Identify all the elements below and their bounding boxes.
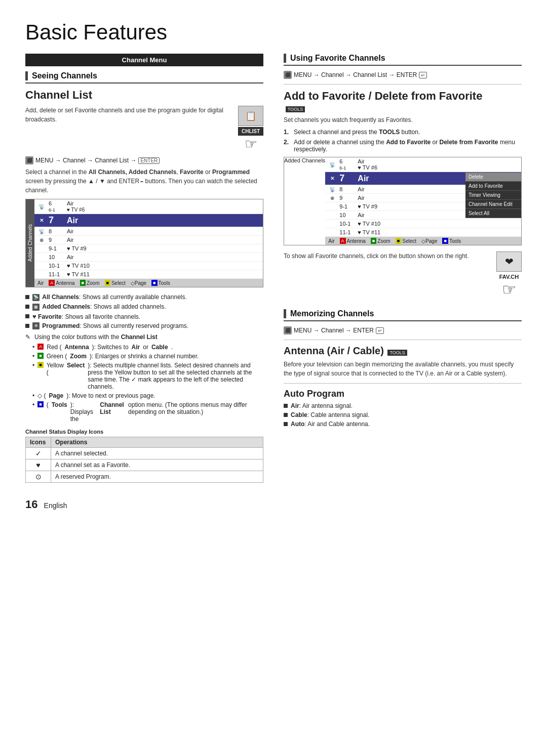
page-num-value: 16 bbox=[25, 498, 37, 511]
fav-channel-toolbar: Air A Antenna ■ Zoom ■ Select ◇Page ■ To… bbox=[325, 237, 521, 245]
channel-menu-bar: Channel Menu bbox=[25, 54, 263, 66]
remote-icon-mem: ⬛ bbox=[284, 326, 292, 334]
list-item: ◇ (Page): Move to next or previous page. bbox=[32, 392, 263, 399]
add-fav-desc: Set channels you watch frequently as Fav… bbox=[284, 115, 522, 124]
status-op-3: A reserved Program. bbox=[51, 471, 263, 483]
ctx-item-delete: Delete bbox=[465, 173, 521, 182]
channel-list-title: Channel List bbox=[25, 89, 263, 102]
added-channels-icon: ▦ bbox=[32, 304, 40, 311]
red-btn: A bbox=[37, 344, 44, 350]
add-fav-steps: 1. Select a channel and press the TOOLS … bbox=[284, 129, 522, 153]
list-item-cable: Cable: Cable antenna signal. bbox=[284, 411, 522, 418]
ctx-item-add-fav: Add to Favorite bbox=[465, 182, 521, 191]
seeing-channels-label: Seeing Channels bbox=[32, 71, 97, 80]
fav-ch-badge: ❤ FAV.CH ☞ bbox=[496, 251, 522, 299]
channel-list-menu-path: ⬛ MENU → Channel → Channel List → ENTER bbox=[25, 156, 263, 164]
channel-row: 📡 8 Air bbox=[34, 227, 263, 236]
channel-list-desc: Add, delete or set Favorite channels and… bbox=[25, 106, 233, 124]
channel-row: 9-1 ♥ TV #9 bbox=[34, 244, 263, 253]
status-table: Icons Operations ✓ A channel selected. ♥… bbox=[25, 437, 263, 483]
status-op-1: A channel selected. bbox=[51, 448, 263, 459]
channel-row: 11-1 ♥ TV #11 bbox=[325, 228, 521, 237]
fav-hand-icon: ☞ bbox=[496, 280, 522, 299]
remote-icon-fav: ⬛ bbox=[284, 71, 292, 79]
left-column: Channel Menu Seeing Channels Channel Lis… bbox=[25, 54, 263, 483]
channel-toolbar: Air A Antenna ■ Zoom ■ Select ◇Page ■ To… bbox=[34, 279, 263, 287]
channel-row: 10 Air bbox=[34, 253, 263, 262]
fav-ch-icon: ❤ bbox=[496, 251, 522, 272]
channel-row: ⊕ 9 Air bbox=[34, 236, 263, 244]
blue-btn: ■ bbox=[37, 401, 43, 407]
list-item: ■ Green (Zoom): Enlarges or shrinks a ch… bbox=[32, 353, 263, 360]
list-item: ⊕ Programmed: Shows all currently reserv… bbox=[25, 322, 263, 330]
hand-icon: ☞ bbox=[238, 136, 263, 152]
add-fav-section: Add to Favorite / Delete from Favorite T… bbox=[284, 90, 522, 299]
channel-row-selected: ✕ 7 Air bbox=[34, 214, 263, 227]
list-item: ■ Yellow (Select): Selects multiple chan… bbox=[32, 362, 263, 390]
fav-screen-wrap: Added Channels 📡 66-1 Air♥ TV #6 ✕ 7 Air bbox=[284, 157, 522, 245]
page-number: 16 English bbox=[25, 498, 522, 511]
enter-icon: ENTER bbox=[138, 157, 160, 164]
step-1: 1. Select a channel and press the TOOLS … bbox=[284, 129, 522, 136]
list-item: ▦ Added Channels: Shows all added channe… bbox=[25, 303, 263, 311]
tools-badge: TOOLS bbox=[286, 106, 305, 112]
channel-type-list: 📡 All Channels: Shows all currently avai… bbox=[25, 293, 263, 329]
status-table-title: Channel Status Display Icons bbox=[25, 429, 263, 435]
page-language: English bbox=[44, 501, 67, 510]
note-line: ✎ Using the color buttons with the Chann… bbox=[25, 333, 263, 341]
table-row: ✓ A channel selected. bbox=[26, 448, 263, 459]
channel-list-screen: Added Channels 📡 66-1 Air♥ TV #6 ✕ 7 Air… bbox=[25, 199, 263, 287]
channel-row: 10-1 ♥ TV #10 bbox=[325, 220, 521, 228]
ctx-item-name-edit: Channel Name Edit bbox=[465, 200, 521, 209]
antenna-title: Antenna (Air / Cable) bbox=[284, 345, 384, 356]
seeing-channels-heading: Seeing Channels bbox=[25, 71, 263, 83]
table-header-icons: Icons bbox=[26, 437, 51, 448]
table-row: ⊙ A reserved Program. bbox=[26, 471, 263, 483]
auto-program-title: Auto Program bbox=[284, 389, 522, 399]
status-op-2: A channel set as a Favorite. bbox=[51, 459, 263, 471]
channel-row: 📡 66-1 Air♥ TV #6 bbox=[34, 199, 263, 214]
channel-list-body: Select a channel in the All Channels, Ad… bbox=[25, 167, 263, 195]
list-item-air: Air: Air antenna signal. bbox=[284, 402, 522, 409]
list-item: A Red (Antenna): Switches to Air or Cabl… bbox=[32, 344, 263, 351]
all-channels-icon: 📡 bbox=[32, 294, 40, 301]
programmed-icon: ⊕ bbox=[32, 322, 40, 329]
channel-row: 11-1 ♥ TV #11 bbox=[34, 270, 263, 279]
table-row: ♥ A channel set as a Favorite. bbox=[26, 459, 263, 471]
add-fav-title: Add to Favorite / Delete from Favorite bbox=[284, 90, 522, 103]
using-fav-menu-path: ⬛ MENU → Channel → Channel List → ENTER … bbox=[284, 71, 522, 79]
list-item: ■ (Tools): Displays the Channel List opt… bbox=[32, 401, 263, 423]
channel-status-section: Channel Status Display Icons Icons Opera… bbox=[25, 429, 263, 483]
memorizing-label: Memorizing Channels bbox=[290, 309, 374, 318]
context-menu: Delete Add to Favorite Timer Viewing Cha… bbox=[465, 173, 521, 218]
chlist-badge: CHLIST bbox=[238, 127, 263, 136]
enter-icon-mem: ↵ bbox=[376, 327, 384, 334]
status-icon-heart: ♥ bbox=[26, 459, 51, 471]
enter-icon-fav: ↵ bbox=[419, 72, 427, 78]
table-header-ops: Operations bbox=[51, 437, 263, 448]
list-item-auto: Auto: Air and Cable antenna. bbox=[284, 421, 522, 428]
using-fav-heading: Using Favorite Channels bbox=[284, 54, 522, 66]
step-2: 2. Add or delete a channel using the Add… bbox=[284, 139, 522, 153]
remote-icon: ⬛ bbox=[25, 156, 33, 164]
green-btn: ■ bbox=[37, 353, 43, 359]
note-icon: ✎ bbox=[25, 333, 30, 341]
fav-note: To show all Favorite channels, click on … bbox=[284, 251, 488, 261]
list-item: ♥ Favorite: Shows all favorite channels. bbox=[25, 313, 263, 320]
list-item: 📡 All Channels: Shows all currently avai… bbox=[25, 293, 263, 301]
page-title: Basic Features bbox=[25, 20, 522, 45]
channel-row: 10-1 ♥ TV #10 bbox=[34, 262, 263, 270]
using-fav-label: Using Favorite Channels bbox=[290, 54, 385, 63]
memorizing-menu-path: ⬛ MENU → Channel → ENTER ↵ bbox=[284, 326, 522, 334]
channel-list-inner: 📡 66-1 Air♥ TV #6 ✕ 7 Air 📡 8 Air ⊕ 9 bbox=[34, 199, 263, 287]
antenna-tools-badge: TOOLS bbox=[387, 350, 407, 356]
antenna-section: Antenna (Air / Cable) TOOLS Before your … bbox=[284, 345, 522, 378]
yellow-btn: ■ bbox=[37, 362, 43, 368]
fav-ch-label: FAV.CH bbox=[496, 274, 522, 280]
auto-program-list: Air: Air antenna signal. Cable: Cable an… bbox=[284, 402, 522, 428]
color-button-list: A Red (Antenna): Switches to Air or Cabl… bbox=[32, 344, 263, 423]
fav-screen-sidebar: Added Channels bbox=[284, 157, 325, 245]
auto-program-section: Auto Program Air: Air antenna signal. Ca… bbox=[284, 389, 522, 428]
screen-sidebar-label: Added Channels bbox=[26, 199, 34, 287]
antenna-desc: Before your television can begin memoriz… bbox=[284, 360, 522, 378]
